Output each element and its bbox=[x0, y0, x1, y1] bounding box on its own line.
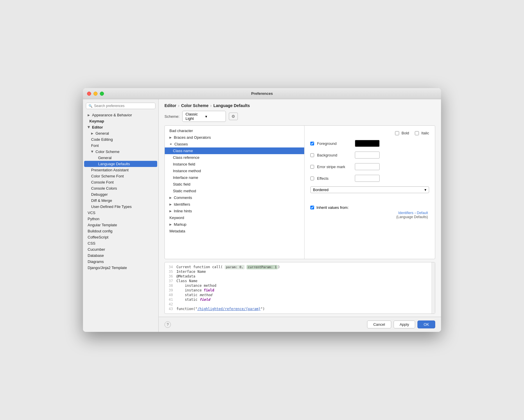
tree-item-braces[interactable]: ▶ Braces and Operators bbox=[165, 134, 304, 141]
tree-item-classes[interactable]: ▼ Classes bbox=[165, 141, 304, 147]
tree-item-comments[interactable]: ▶ Comments bbox=[165, 194, 304, 201]
effects-dropdown-arrow: ▾ bbox=[424, 188, 426, 192]
tree-item-identifiers[interactable]: ▶ Identifiers bbox=[165, 201, 304, 208]
sidebar-item-label: User-Defined File Types bbox=[91, 204, 132, 209]
sidebar-item-language-defaults[interactable]: Language Defaults bbox=[84, 161, 157, 167]
sidebar-item-color-scheme-font[interactable]: Color Scheme Font bbox=[83, 173, 158, 179]
sidebar-item-django[interactable]: Django/Jinja2 Template bbox=[83, 265, 158, 271]
static-field-token: field bbox=[199, 298, 210, 302]
effects-label: Effects bbox=[317, 176, 352, 181]
error-stripe-checkbox[interactable] bbox=[310, 165, 314, 169]
sidebar-item-general[interactable]: ▶ General bbox=[83, 130, 158, 136]
sidebar-item-buildout[interactable]: Buildout config bbox=[83, 228, 158, 234]
tree-item-label: Markup bbox=[174, 222, 186, 227]
error-stripe-row: Error stripe mark bbox=[310, 163, 429, 170]
sidebar-item-color-scheme[interactable]: ▶ Color Scheme bbox=[83, 149, 158, 155]
tree-item-bad-char[interactable]: Bad character bbox=[165, 127, 304, 134]
apply-button[interactable]: Apply bbox=[394, 321, 415, 328]
chevron-icon: ▶ bbox=[91, 132, 93, 135]
effects-dropdown-row: Bordered ▾ bbox=[310, 186, 429, 193]
effects-swatch[interactable] bbox=[355, 175, 380, 182]
tree-item-interface-name[interactable]: Interface name bbox=[165, 174, 304, 181]
line-number: 43 bbox=[165, 307, 176, 311]
sidebar-item-appearance[interactable]: ▶ Appearance & Behavior bbox=[83, 112, 158, 118]
inherit-link[interactable]: Identifiers→Default bbox=[310, 211, 429, 215]
sidebar-item-python[interactable]: Python bbox=[83, 216, 158, 222]
cancel-button[interactable]: Cancel bbox=[367, 321, 391, 328]
effects-checkbox[interactable] bbox=[310, 177, 314, 180]
breadcrumb-sep1: › bbox=[178, 103, 179, 108]
search-box[interactable]: 🔍 bbox=[86, 103, 155, 109]
bold-checkbox[interactable] bbox=[395, 131, 399, 135]
minimize-button[interactable] bbox=[93, 92, 98, 96]
error-stripe-swatch[interactable] bbox=[355, 163, 380, 170]
italic-checkbox[interactable] bbox=[415, 131, 419, 135]
code-line-35: 35 Interface Name bbox=[165, 269, 431, 274]
sidebar-item-editor[interactable]: ▶ Editor bbox=[83, 124, 158, 130]
sidebar-item-diff-merge[interactable]: Diff & Merge bbox=[83, 197, 158, 204]
preferences-window: Preferences 🔍 ▶ Appearance & Behavior Ke… bbox=[83, 88, 441, 332]
maximize-button[interactable] bbox=[100, 92, 104, 96]
inherit-checkbox[interactable] bbox=[310, 206, 314, 209]
tree-item-metadata[interactable]: Metadata bbox=[165, 228, 304, 234]
breadcrumb-editor: Editor bbox=[164, 103, 176, 108]
tree-item-static-method[interactable]: Static method bbox=[165, 188, 304, 194]
sidebar: 🔍 ▶ Appearance & Behavior Keymap ▶ Edito… bbox=[83, 99, 159, 332]
sidebar-item-user-defined[interactable]: User-Defined File Types bbox=[83, 204, 158, 210]
background-color-swatch[interactable] bbox=[355, 152, 380, 159]
scheme-dropdown[interactable]: Classic Light ▾ bbox=[182, 111, 226, 122]
sidebar-item-cucumber[interactable]: Cucumber bbox=[83, 246, 158, 252]
sidebar-item-keymap[interactable]: Keymap bbox=[83, 118, 158, 124]
ok-button[interactable]: OK bbox=[417, 321, 435, 328]
main-content: Editor › Color Scheme › Language Default… bbox=[159, 99, 441, 332]
tree-item-label: Comments bbox=[174, 195, 192, 200]
sidebar-item-database[interactable]: Database bbox=[83, 252, 158, 259]
sidebar-item-console-font[interactable]: Console Font bbox=[83, 179, 158, 185]
tree-item-label: Static method bbox=[173, 189, 196, 193]
sidebar-item-label: Color Scheme bbox=[95, 150, 119, 154]
sidebar-item-code-editing[interactable]: Code Editing bbox=[83, 136, 158, 143]
gear-button[interactable]: ⚙ bbox=[229, 113, 238, 120]
foreground-color-swatch[interactable] bbox=[355, 140, 380, 147]
code-line-39: 39 instance field bbox=[165, 288, 431, 293]
sidebar-item-coffeescript[interactable]: CoffeeScript bbox=[83, 234, 158, 240]
action-buttons: Cancel Apply OK bbox=[367, 321, 435, 328]
sidebar-item-diagrams[interactable]: Diagrams bbox=[83, 259, 158, 265]
sidebar-item-console-colors[interactable]: Console Colors bbox=[83, 185, 158, 191]
tree-item-class-ref[interactable]: Class reference bbox=[165, 154, 304, 161]
sidebar-item-angular[interactable]: Angular Template bbox=[83, 222, 158, 228]
effects-type-dropdown[interactable]: Bordered ▾ bbox=[310, 186, 429, 193]
sidebar-item-label: Console Colors bbox=[91, 186, 117, 191]
tree-item-instance-method[interactable]: Instance method bbox=[165, 168, 304, 174]
tree-item-class-name[interactable]: Class name bbox=[165, 147, 304, 154]
background-checkbox[interactable] bbox=[310, 153, 314, 157]
tree-item-label: Keyword bbox=[169, 216, 184, 220]
sidebar-item-label: Console Font bbox=[91, 180, 114, 184]
chevron-icon: ▶ bbox=[169, 203, 172, 206]
sidebar-item-presentation-assistant[interactable]: Presentation Assistant bbox=[83, 167, 158, 173]
tree-item-inline-hints[interactable]: ▶ Inline hints bbox=[165, 208, 304, 214]
tree-item-markup[interactable]: ▶ Markup bbox=[165, 221, 304, 228]
tree-item-static-field[interactable]: Static field bbox=[165, 181, 304, 188]
sidebar-item-font[interactable]: Font bbox=[83, 143, 158, 149]
inherit-sub: (Language Defaults) bbox=[310, 215, 429, 219]
inherit-label: Inherit values from: bbox=[316, 205, 349, 210]
tree-item-instance-field[interactable]: Instance field bbox=[165, 161, 304, 168]
search-icon: 🔍 bbox=[88, 104, 93, 108]
help-button[interactable]: ? bbox=[164, 321, 171, 328]
sidebar-item-cs-general[interactable]: General bbox=[83, 155, 158, 161]
sidebar-item-vcs[interactable]: VCS bbox=[83, 210, 158, 216]
field-token: field bbox=[204, 288, 214, 292]
code-content: instance method bbox=[176, 284, 216, 288]
sidebar-item-label: VCS bbox=[88, 211, 95, 215]
close-button[interactable] bbox=[87, 92, 91, 96]
tree-item-label: Inline hints bbox=[174, 209, 192, 213]
search-input[interactable] bbox=[94, 104, 153, 108]
sidebar-item-css[interactable]: CSS bbox=[83, 240, 158, 246]
bold-row: Bold bbox=[395, 131, 409, 135]
foreground-checkbox[interactable] bbox=[310, 142, 314, 145]
tree-item-label: Identifiers bbox=[174, 202, 190, 207]
tree-item-keyword[interactable]: Keyword bbox=[165, 214, 304, 221]
sidebar-item-debugger[interactable]: Debugger bbox=[83, 191, 158, 197]
scrollbar[interactable] bbox=[431, 262, 435, 314]
